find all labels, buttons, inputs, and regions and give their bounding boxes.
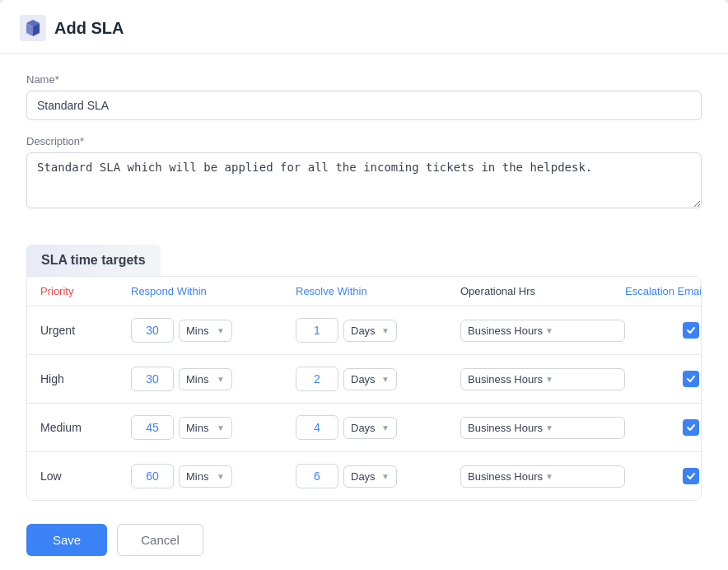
table-row: Urgent Mins Hours Days ▼ <box>27 306 701 355</box>
name-field-group: Name* <box>26 73 702 120</box>
chevron-down-icon: ▼ <box>381 326 390 335</box>
sla-table: Priority Respond Within Resolve Within O… <box>26 276 702 501</box>
checkmark-icon <box>686 325 696 335</box>
col-priority: Priority <box>40 285 131 297</box>
table-row: High Mins Hours Days ▼ <box>27 355 701 404</box>
app-logo-icon <box>20 15 46 41</box>
escalation-low-cell <box>625 468 702 484</box>
resolve-group-low: Days Hours Mins ▼ <box>296 464 460 488</box>
resolve-unit-high-wrapper[interactable]: Days Hours Mins ▼ <box>343 368 397 390</box>
modal-body: Name* Description* Standard SLA which wi… <box>0 54 728 570</box>
resolve-group-urgent: Days Hours Mins ▼ <box>296 318 460 343</box>
escalation-high-cell <box>625 371 702 387</box>
table-header-row: Priority Respond Within Resolve Within O… <box>27 277 701 306</box>
respond-value-urgent[interactable] <box>131 318 174 343</box>
respond-group-medium: Mins Hours Days ▼ <box>131 415 296 440</box>
checkmark-icon <box>686 374 696 384</box>
priority-urgent: Urgent <box>40 324 131 337</box>
operational-high-select[interactable]: Business Hours 24/7 <box>468 373 544 385</box>
respond-unit-high-select[interactable]: Mins Hours Days <box>186 373 215 385</box>
table-row: Low Mins Hours Days ▼ <box>27 452 701 500</box>
respond-unit-medium-wrapper[interactable]: Mins Hours Days ▼ <box>179 417 232 439</box>
chevron-down-icon: ▼ <box>381 423 390 432</box>
respond-value-low[interactable] <box>131 464 174 488</box>
operational-high-wrapper[interactable]: Business Hours 24/7 ▼ <box>460 368 625 390</box>
respond-group-urgent: Mins Hours Days ▼ <box>131 318 296 343</box>
resolve-group-high: Days Hours Mins ▼ <box>296 367 460 391</box>
chevron-down-icon: ▼ <box>545 423 553 432</box>
escalation-urgent-cell <box>625 322 702 339</box>
respond-unit-urgent-select[interactable]: Mins Hours Days <box>186 325 215 337</box>
resolve-value-low[interactable] <box>296 464 338 488</box>
operational-urgent-select[interactable]: Business Hours 24/7 <box>468 325 544 337</box>
resolve-value-urgent[interactable] <box>296 318 338 343</box>
sla-section-header: SLA time targets <box>26 245 161 276</box>
description-field-group: Description* Standard SLA which will be … <box>26 135 702 212</box>
save-button[interactable]: Save <box>26 524 107 556</box>
escalation-high-checkbox[interactable] <box>683 371 699 387</box>
operational-medium-wrapper[interactable]: Business Hours 24/7 ▼ <box>460 417 625 439</box>
resolve-unit-medium-select[interactable]: Days Hours Mins <box>351 422 380 434</box>
escalation-medium-checkbox[interactable] <box>683 419 699 436</box>
priority-high: High <box>40 372 131 385</box>
page-title: Add SLA <box>54 19 124 38</box>
checkmark-icon <box>686 423 696 432</box>
escalation-urgent-checkbox[interactable] <box>683 322 699 339</box>
chevron-down-icon: ▼ <box>545 326 553 335</box>
resolve-value-high[interactable] <box>296 367 338 391</box>
col-resolve: Resolve Within <box>296 285 460 297</box>
resolve-unit-high-select[interactable]: Days Hours Mins <box>351 373 380 385</box>
operational-low-select[interactable]: Business Hours 24/7 <box>468 470 544 483</box>
chevron-down-icon: ▼ <box>545 472 553 481</box>
respond-unit-low-wrapper[interactable]: Mins Hours Days ▼ <box>179 465 232 488</box>
name-label: Name* <box>26 73 702 86</box>
operational-medium-select[interactable]: Business Hours 24/7 <box>468 422 544 434</box>
respond-value-medium[interactable] <box>131 415 174 440</box>
sla-section: SLA time targets Priority Respond Within… <box>26 228 702 501</box>
respond-unit-urgent-wrapper[interactable]: Mins Hours Days ▼ <box>179 320 232 342</box>
chevron-down-icon: ▼ <box>217 423 225 432</box>
cancel-button[interactable]: Cancel <box>117 524 203 556</box>
chevron-down-icon: ▼ <box>545 375 553 384</box>
name-input[interactable] <box>26 91 702 120</box>
priority-low: Low <box>40 470 131 483</box>
chevron-down-icon: ▼ <box>217 375 225 384</box>
chevron-down-icon: ▼ <box>381 375 390 384</box>
priority-medium: Medium <box>40 421 131 434</box>
col-operational: Operational Hrs <box>460 285 625 297</box>
resolve-unit-urgent-wrapper[interactable]: Days Hours Mins ▼ <box>343 320 397 342</box>
respond-value-high[interactable] <box>131 367 174 391</box>
col-respond: Respond Within <box>131 285 296 297</box>
resolve-unit-low-select[interactable]: Days Hours Mins <box>351 470 380 483</box>
footer-actions: Save Cancel <box>26 524 702 563</box>
chevron-down-icon: ▼ <box>217 326 225 335</box>
resolve-unit-urgent-select[interactable]: Days Hours Mins <box>351 325 380 337</box>
modal-header: Add SLA <box>0 0 728 54</box>
table-row: Medium Mins Hours Days ▼ <box>27 404 701 452</box>
chevron-down-icon: ▼ <box>217 472 225 481</box>
respond-group-low: Mins Hours Days ▼ <box>131 464 296 488</box>
respond-group-high: Mins Hours Days ▼ <box>131 367 296 391</box>
escalation-medium-cell <box>625 419 702 436</box>
description-label: Description* <box>26 135 702 147</box>
chevron-down-icon: ▼ <box>381 472 390 481</box>
operational-urgent-wrapper[interactable]: Business Hours 24/7 ▼ <box>460 320 625 342</box>
escalation-low-checkbox[interactable] <box>683 468 699 484</box>
resolve-unit-medium-wrapper[interactable]: Days Hours Mins ▼ <box>343 417 397 439</box>
respond-unit-low-select[interactable]: Mins Hours Days <box>186 470 215 483</box>
add-sla-modal: Add SLA Name* Description* Standard SLA … <box>0 0 728 570</box>
resolve-group-medium: Days Hours Mins ▼ <box>296 415 460 440</box>
resolve-unit-low-wrapper[interactable]: Days Hours Mins ▼ <box>343 465 397 488</box>
description-input[interactable]: Standard SLA which will be applied for a… <box>26 152 702 208</box>
respond-unit-medium-select[interactable]: Mins Hours Days <box>186 422 215 434</box>
respond-unit-high-wrapper[interactable]: Mins Hours Days ▼ <box>179 368 232 390</box>
sla-section-title: SLA time targets <box>41 253 146 267</box>
checkmark-icon <box>686 471 696 481</box>
operational-low-wrapper[interactable]: Business Hours 24/7 ▼ <box>460 465 625 488</box>
col-escalation: Escalation Email <box>625 285 702 297</box>
resolve-value-medium[interactable] <box>296 415 338 440</box>
